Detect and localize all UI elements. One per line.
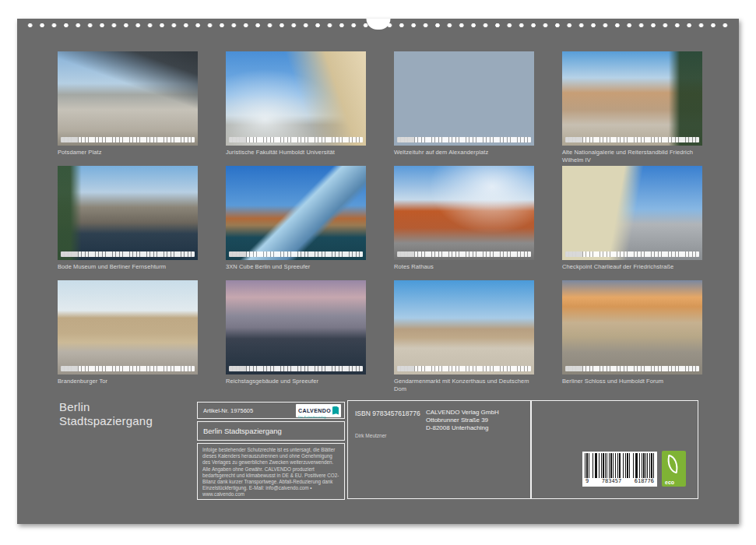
- mini-calendar-strip: [61, 137, 195, 142]
- photo-caption: 3XN Cube Berlin und Spreeufer: [226, 263, 366, 271]
- legal-text: Infolge bestehender Schutzrechte ist es …: [202, 447, 339, 497]
- photo-potsdamer-platz: [58, 51, 198, 146]
- legal-text-box: Infolge bestehender Schutzrechte ist es …: [197, 443, 345, 500]
- mini-calendar-strip: [397, 251, 531, 257]
- mini-calendar-strip: [565, 251, 699, 257]
- photo-tile: 3XN Cube Berlin und Spreeufer: [226, 166, 366, 280]
- photo-caption: Berliner Schloss und Humboldt Forum: [562, 378, 702, 385]
- photo-tile: Alte Nationalgalerie und Reiterstandbild…: [562, 51, 702, 166]
- photo-alte-nationalgalerie: [562, 51, 702, 146]
- publisher-street: Ottobrunner Straße 39: [426, 417, 499, 424]
- photo-tile: Gendarmenmarkt mit Konzerthaus und Deuts…: [394, 280, 534, 395]
- mini-calendar-strip: [565, 137, 699, 142]
- barcode-digit-group2: 618776: [635, 478, 654, 486]
- mini-calendar-strip: [397, 366, 531, 371]
- photo-caption: Bode Museum und Berliner Fernsehturm: [58, 263, 198, 271]
- barcode-bars: [585, 453, 655, 478]
- publisher-name: CALVENDO Verlag GmbH: [426, 409, 499, 417]
- calendar-page: Potsdamer Platz Juristische Fakultät Hum…: [17, 19, 739, 524]
- photo-rotes-rathaus: [394, 166, 534, 260]
- photo-caption: Weltzeituhr auf dem Alexanderplatz: [394, 149, 534, 156]
- photo-checkpoint-charlie: [562, 166, 702, 260]
- photo-weltzeituhr: [394, 51, 534, 146]
- mini-calendar-strip: [229, 137, 363, 142]
- publisher-address: CALVENDO Verlag GmbH Ottobrunner Straße …: [426, 409, 499, 432]
- barcode-box: 9 783457 618776 eco: [531, 400, 698, 499]
- title-line-1: Berlin: [59, 400, 153, 414]
- calvendo-tagline: Der Kalenderverlag: [298, 416, 331, 419]
- photo-caption: Reichstagsgebäude und Spreeufer: [226, 378, 366, 385]
- mini-calendar-strip: [61, 251, 195, 257]
- mini-calendar-strip: [61, 366, 195, 371]
- photo-bode-museum: [58, 166, 198, 260]
- title-line-2: Stadtspaziergang: [59, 414, 153, 428]
- photo-tile: Brandenburger Tor: [58, 280, 198, 395]
- photo-tile: Reichstagsgebäude und Spreeufer: [226, 280, 366, 395]
- article-number: Artikel-Nr. 1975605: [203, 407, 253, 414]
- barcode-digits: 9 783457 618776: [585, 478, 655, 486]
- calvendo-logo: CALVENDO Der Kalenderverlag: [296, 404, 341, 417]
- info-column: Artikel-Nr. 1975605 CALVENDO Der Kalende…: [197, 402, 345, 500]
- photo-tile: Rotes Rathaus: [394, 166, 534, 280]
- isbn-box: ISBN 9783457618776 Dirk Meutzner CALVEND…: [347, 400, 531, 499]
- leaf-icon: [665, 455, 680, 474]
- photo-caption: Juristische Fakultät Humboldt Universitä…: [226, 149, 366, 156]
- barcode-digit-group1: 783457: [602, 478, 621, 486]
- photographer-credit: Dirk Meutzner: [355, 433, 386, 438]
- photo-reichstag: [226, 280, 366, 374]
- photo-caption: Checkpoint Charlieauf der Friedrichstraß…: [562, 263, 702, 271]
- photo-tile: Weltzeituhr auf dem Alexanderplatz: [394, 51, 534, 166]
- photo-gendarmenmarkt: [394, 280, 534, 374]
- photo-grid: Potsdamer Platz Juristische Fakultät Hum…: [58, 51, 705, 395]
- photo-tile: Bode Museum und Berliner Fernsehturm: [58, 166, 198, 280]
- photo-caption: Rotes Rathaus: [394, 263, 534, 271]
- mini-calendar-strip: [229, 366, 363, 371]
- photo-caption: Alte Nationalgalerie und Reiterstandbild…: [562, 149, 702, 164]
- photo-juristische-fakultaet: [226, 51, 366, 146]
- photo-tile: Juristische Fakultät Humboldt Universitä…: [226, 51, 366, 166]
- ean-barcode: 9 783457 618776: [582, 452, 657, 487]
- calvendo-wordmark: CALVENDO Der Kalenderverlag: [298, 402, 331, 420]
- eco-label: eco: [665, 480, 674, 485]
- photo-caption: Gendarmenmarkt mit Konzerthaus und Deuts…: [394, 378, 534, 393]
- photo-caption: Brandenburger Tor: [58, 378, 198, 385]
- product-title-box: Berlin Stadtspaziergang: [197, 421, 345, 441]
- photo-tile: Berliner Schloss und Humboldt Forum: [562, 280, 702, 395]
- eco-logo: eco: [662, 451, 686, 487]
- photo-caption: Potsdamer Platz: [58, 149, 198, 156]
- calendar-back-cover: Potsdamer Platz Juristische Fakultät Hum…: [0, 0, 756, 545]
- calendar-title: Berlin Stadtspaziergang: [59, 400, 153, 428]
- photo-tile: Checkpoint Charlieauf der Friedrichstraß…: [562, 166, 702, 280]
- mini-calendar-strip: [397, 137, 531, 142]
- calvendo-flag-icon: [332, 406, 339, 415]
- isbn-number: ISBN 9783457618776: [355, 410, 420, 417]
- photo-cube-berlin: [226, 166, 366, 260]
- mini-calendar-strip: [229, 251, 363, 257]
- article-number-box: Artikel-Nr. 1975605 CALVENDO Der Kalende…: [197, 402, 345, 419]
- publisher-city: D-82008 Unterhaching: [426, 424, 499, 432]
- photo-tile: Potsdamer Platz: [58, 51, 198, 166]
- photo-brandenburger-tor: [58, 280, 198, 374]
- mini-calendar-strip: [565, 366, 699, 371]
- photo-berliner-schloss: [562, 280, 702, 374]
- barcode-digit-lead: 9: [585, 478, 589, 486]
- product-title: Berlin Stadtspaziergang: [203, 427, 282, 435]
